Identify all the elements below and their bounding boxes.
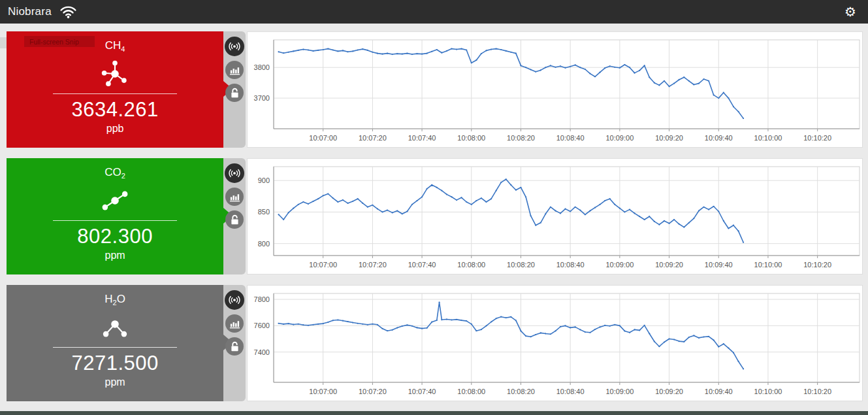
- svg-text:10:07:20: 10:07:20: [359, 388, 387, 395]
- svg-text:10:10:00: 10:10:00: [754, 134, 782, 142]
- broadcast-button[interactable]: [225, 163, 244, 183]
- svg-text:10:09:40: 10:09:40: [705, 388, 733, 395]
- gas-unit-co2: ppm: [105, 250, 125, 261]
- gas-value-h2o: 7271.500: [71, 352, 158, 375]
- gas-card-ch4[interactable]: Full-screen Snip CH4 3634.261 ppb: [7, 31, 223, 148]
- broadcast-button[interactable]: [225, 290, 244, 310]
- svg-text:10:08:00: 10:08:00: [457, 388, 485, 395]
- svg-text:10:10:20: 10:10:20: [803, 388, 831, 395]
- lock-button[interactable]: [225, 210, 244, 229]
- svg-text:3700: 3700: [254, 94, 270, 102]
- svg-text:10:10:20: 10:10:20: [803, 134, 831, 142]
- svg-text:10:07:00: 10:07:00: [309, 388, 337, 395]
- svg-text:10:08:40: 10:08:40: [556, 261, 585, 269]
- svg-text:10:09:00: 10:09:00: [605, 388, 634, 395]
- gas-unit-h2o: ppm: [105, 376, 125, 388]
- svg-text:10:08:40: 10:08:40: [556, 388, 585, 395]
- broadcast-button[interactable]: [225, 37, 244, 56]
- bar-chart-icon: [229, 65, 240, 76]
- svg-text:10:10:00: 10:10:00: [754, 388, 782, 395]
- broadcast-icon: [227, 295, 242, 305]
- svg-text:3800: 3800: [254, 63, 270, 71]
- panel-toolbar-ch4: [223, 31, 246, 148]
- svg-text:7400: 7400: [254, 348, 270, 356]
- gas-row-h2o: H2O 7271.500 ppm: [7, 285, 863, 401]
- carbon-dioxide-molecule-icon: [99, 184, 131, 218]
- gas-unit-ch4: ppb: [106, 123, 124, 135]
- card-divider: [53, 93, 177, 94]
- svg-text:10:10:20: 10:10:20: [803, 261, 831, 269]
- svg-text:10:10:00: 10:10:00: [754, 261, 782, 269]
- svg-text:10:08:00: 10:08:00: [457, 261, 485, 269]
- gas-formula-co2: CO2: [104, 166, 125, 180]
- gear-icon: ⚙: [844, 5, 856, 19]
- svg-text:10:07:00: 10:07:00: [309, 134, 337, 142]
- svg-text:10:07:40: 10:07:40: [408, 134, 436, 142]
- snip-overlay: Full-screen Snip: [24, 36, 95, 47]
- svg-text:10:07:40: 10:07:40: [408, 388, 436, 395]
- lock-open-icon: [229, 341, 240, 352]
- svg-text:10:07:20: 10:07:20: [359, 261, 387, 269]
- gas-value-ch4: 3634.261: [71, 98, 158, 122]
- chart-ch4[interactable]: 10:07:0010:07:2010:07:4010:08:0010:08:20…: [247, 31, 863, 148]
- svg-text:900: 900: [258, 176, 270, 184]
- svg-text:10:08:40: 10:08:40: [556, 134, 585, 142]
- svg-text:10:09:20: 10:09:20: [655, 261, 683, 269]
- lock-button[interactable]: [225, 337, 244, 356]
- lock-open-icon: [229, 88, 240, 99]
- card-divider: [53, 220, 177, 221]
- wifi-icon: [59, 5, 77, 18]
- bar-chart-icon: [229, 318, 240, 329]
- gas-value-co2: 802.300: [77, 225, 153, 248]
- svg-text:10:07:40: 10:07:40: [408, 261, 436, 269]
- svg-text:800: 800: [258, 240, 270, 248]
- gas-formula-ch4: CH4: [105, 39, 125, 53]
- methane-molecule-icon: [99, 57, 131, 91]
- svg-text:10:09:20: 10:09:20: [655, 388, 683, 395]
- svg-text:10:08:20: 10:08:20: [507, 261, 535, 269]
- svg-text:10:08:20: 10:08:20: [507, 134, 535, 142]
- svg-text:10:09:00: 10:09:00: [605, 261, 634, 269]
- chart-button[interactable]: [225, 188, 244, 206]
- broadcast-icon: [227, 41, 242, 52]
- lock-open-icon: [229, 214, 240, 225]
- panel-toolbar-h2o: [223, 285, 246, 401]
- chart-h2o[interactable]: 10:07:0010:07:2010:07:4010:08:0010:08:20…: [247, 285, 863, 401]
- svg-text:10:09:00: 10:09:00: [605, 134, 634, 142]
- svg-text:10:08:00: 10:08:00: [457, 134, 485, 142]
- chart-button[interactable]: [225, 61, 244, 79]
- panel-toolbar-co2: [223, 158, 246, 274]
- water-molecule-icon: [99, 310, 131, 344]
- gas-card-h2o[interactable]: H2O 7271.500 ppm: [7, 285, 223, 401]
- chart-co2[interactable]: 10:07:0010:07:2010:07:4010:08:0010:08:20…: [247, 158, 863, 274]
- settings-button[interactable]: ⚙: [841, 4, 860, 20]
- bottom-edge-bar: [0, 411, 868, 415]
- card-divider: [53, 347, 177, 348]
- dashboard-rows: Full-screen Snip CH4 3634.261 ppb: [0, 31, 868, 412]
- svg-text:10:07:00: 10:07:00: [309, 261, 337, 269]
- top-bar: Niobrara ⚙: [0, 0, 868, 24]
- svg-text:10:09:40: 10:09:40: [705, 134, 733, 142]
- svg-text:850: 850: [258, 208, 270, 216]
- gas-row-ch4: Full-screen Snip CH4 3634.261 ppb: [7, 31, 863, 148]
- svg-text:10:09:20: 10:09:20: [655, 134, 683, 142]
- chart-button[interactable]: [225, 314, 244, 333]
- lock-button[interactable]: [225, 84, 244, 102]
- gas-card-co2[interactable]: CO2 802.300 ppm: [7, 158, 223, 274]
- svg-text:10:09:40: 10:09:40: [705, 261, 733, 269]
- gas-row-co2: CO2 802.300 ppm: [7, 158, 863, 274]
- gas-formula-h2o: H2O: [104, 293, 125, 307]
- svg-text:7600: 7600: [254, 322, 270, 329]
- bar-chart-icon: [229, 191, 240, 203]
- broadcast-icon: [227, 168, 242, 178]
- svg-text:10:08:20: 10:08:20: [507, 388, 535, 395]
- svg-text:7800: 7800: [254, 295, 270, 303]
- app-title: Niobrara: [8, 5, 52, 18]
- svg-text:10:07:20: 10:07:20: [359, 134, 387, 142]
